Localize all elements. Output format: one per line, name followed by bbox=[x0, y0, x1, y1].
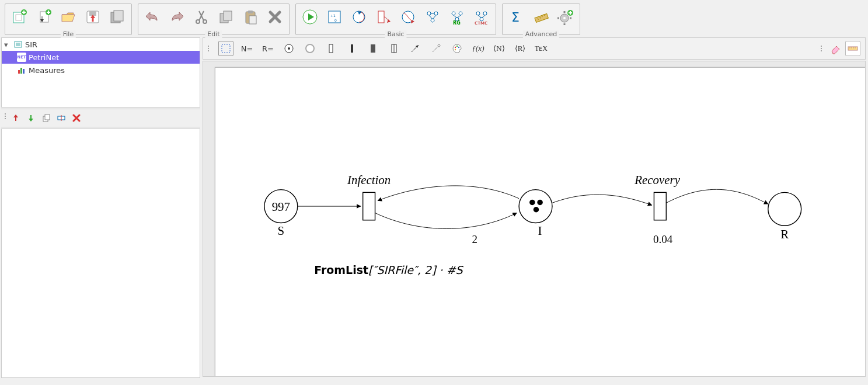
svg-point-74 bbox=[534, 207, 539, 212]
token-game-button[interactable]: +10 bbox=[325, 8, 344, 26]
svg-text:RG: RG bbox=[453, 20, 461, 25]
arc-infection-i[interactable] bbox=[375, 213, 517, 228]
svg-rect-16 bbox=[248, 11, 253, 13]
place-i-label: I bbox=[538, 224, 542, 238]
move-down-button[interactable] bbox=[25, 112, 37, 124]
svg-rect-10 bbox=[114, 11, 123, 21]
transition-recovery[interactable]: Recovery 0.04 bbox=[634, 173, 680, 245]
unfold-button[interactable] bbox=[350, 8, 368, 26]
gear-plus-button[interactable] bbox=[556, 8, 575, 26]
arc-i-infection[interactable] bbox=[378, 186, 519, 201]
eraser-button[interactable] bbox=[828, 41, 843, 56]
svg-point-64 bbox=[455, 47, 456, 48]
svg-point-30 bbox=[434, 12, 438, 15]
measure-tool-button[interactable] bbox=[532, 8, 550, 26]
color-palette-button[interactable] bbox=[449, 41, 465, 56]
arc-recovery-r[interactable] bbox=[666, 189, 768, 204]
duplicate-button[interactable] bbox=[40, 112, 53, 124]
svg-point-76 bbox=[768, 192, 801, 226]
collapse-icon[interactable]: ▾ bbox=[4, 40, 11, 49]
int-const-button[interactable]: N= bbox=[239, 41, 255, 56]
project-tree[interactable]: ▾ SIR NET PetriNet Measures bbox=[1, 37, 200, 107]
place-s[interactable]: 997 S bbox=[264, 190, 298, 238]
place-tool-button[interactable] bbox=[281, 41, 297, 56]
remove-button[interactable] bbox=[70, 112, 83, 124]
svg-rect-14 bbox=[224, 11, 232, 20]
svg-rect-58 bbox=[329, 44, 333, 53]
place-empty-tool-button[interactable] bbox=[302, 41, 318, 56]
svg-point-72 bbox=[529, 200, 535, 205]
save-all-button[interactable] bbox=[108, 8, 127, 26]
svg-rect-41 bbox=[535, 13, 548, 22]
save-button[interactable] bbox=[83, 8, 102, 26]
transition-recovery-rate: 0.04 bbox=[653, 233, 673, 245]
angle-n-button[interactable]: ⟨N⟩ bbox=[491, 41, 507, 56]
copy-button[interactable] bbox=[217, 8, 235, 26]
tree-item-measures-label: Measures bbox=[29, 66, 65, 75]
svg-rect-68 bbox=[848, 47, 857, 50]
svg-text:Σ: Σ bbox=[511, 10, 520, 25]
svg-point-43 bbox=[563, 17, 566, 19]
toolbar-group-basic-label: Basic bbox=[385, 30, 406, 38]
cut-button[interactable] bbox=[192, 8, 211, 26]
tree-item-petrinet[interactable]: NET PetriNet bbox=[2, 51, 200, 64]
svg-point-36 bbox=[476, 12, 480, 15]
svg-marker-50 bbox=[29, 119, 33, 122]
rg-button[interactable]: RG bbox=[448, 8, 466, 26]
place-r[interactable]: R bbox=[768, 192, 801, 241]
bounds-button[interactable] bbox=[399, 8, 417, 26]
tree-root-sir[interactable]: ▾ SIR bbox=[2, 38, 200, 51]
select-tool-button[interactable] bbox=[218, 41, 233, 56]
rename-button[interactable] bbox=[55, 112, 68, 124]
imm-transition-button[interactable] bbox=[344, 41, 360, 56]
sigma-button[interactable]: Σ bbox=[507, 8, 526, 26]
move-up-button[interactable] bbox=[9, 112, 22, 124]
place-s-tokens: 997 bbox=[272, 200, 290, 214]
svg-point-71 bbox=[519, 190, 552, 223]
exp-transition-button[interactable] bbox=[323, 41, 339, 56]
main-toolbar: File Edit +10 bbox=[0, 0, 868, 35]
undo-button[interactable] bbox=[143, 8, 162, 26]
arc-i-recovery[interactable] bbox=[552, 195, 652, 205]
left-column: ▾ SIR NET PetriNet Measures bbox=[0, 35, 201, 379]
delete-button[interactable] bbox=[266, 8, 284, 26]
new-page-button[interactable] bbox=[34, 8, 53, 26]
gen-transition-button[interactable] bbox=[386, 41, 402, 56]
barchart-icon bbox=[17, 65, 26, 75]
open-button[interactable] bbox=[59, 8, 78, 26]
svg-point-63 bbox=[438, 44, 440, 47]
ctmc-button[interactable]: CTMC bbox=[472, 8, 491, 26]
play-button[interactable] bbox=[301, 8, 319, 26]
ruler-button[interactable] bbox=[845, 41, 860, 56]
property-pane bbox=[1, 129, 200, 378]
place-r-label: R bbox=[780, 227, 789, 241]
rate-expression[interactable]: FromList[″SIRFile″, 2] · #S bbox=[314, 263, 463, 276]
svg-rect-54 bbox=[222, 44, 230, 53]
redo-button[interactable] bbox=[168, 8, 186, 26]
paste-button[interactable] bbox=[241, 8, 260, 26]
fx-button[interactable]: ƒ(x) bbox=[470, 41, 486, 56]
angle-r-button[interactable]: ⟨R⟩ bbox=[513, 41, 528, 56]
transition-infection[interactable]: Infection bbox=[347, 173, 391, 220]
det-transition-button[interactable] bbox=[365, 41, 381, 56]
reachability-button[interactable] bbox=[423, 8, 442, 26]
new-petri-net-button[interactable] bbox=[10, 8, 29, 26]
svg-point-29 bbox=[427, 12, 431, 15]
real-const-button[interactable]: R= bbox=[260, 41, 276, 56]
svg-marker-49 bbox=[13, 115, 18, 117]
canvas-paper[interactable]: 997 S Infection 2 bbox=[215, 67, 866, 377]
invariants-button[interactable] bbox=[374, 8, 393, 26]
tex-button[interactable]: TᴇX bbox=[534, 41, 549, 56]
arc-tool-button[interactable] bbox=[407, 41, 423, 56]
project-icon bbox=[13, 40, 23, 49]
canvas-viewport[interactable]: 997 S Infection 2 bbox=[203, 61, 866, 377]
place-i[interactable]: I bbox=[519, 190, 552, 238]
svg-text:+1: +1 bbox=[330, 13, 336, 18]
transition-recovery-label: Recovery bbox=[634, 173, 680, 187]
toolbar-group-file-label: File bbox=[61, 30, 76, 38]
tree-item-petrinet-label: PetriNet bbox=[29, 53, 59, 62]
inhibitor-arc-button[interactable] bbox=[428, 41, 444, 56]
tree-item-measures[interactable]: Measures bbox=[2, 64, 200, 77]
petri-net-diagram[interactable]: 997 S Infection 2 bbox=[215, 68, 866, 377]
svg-point-57 bbox=[306, 44, 314, 53]
